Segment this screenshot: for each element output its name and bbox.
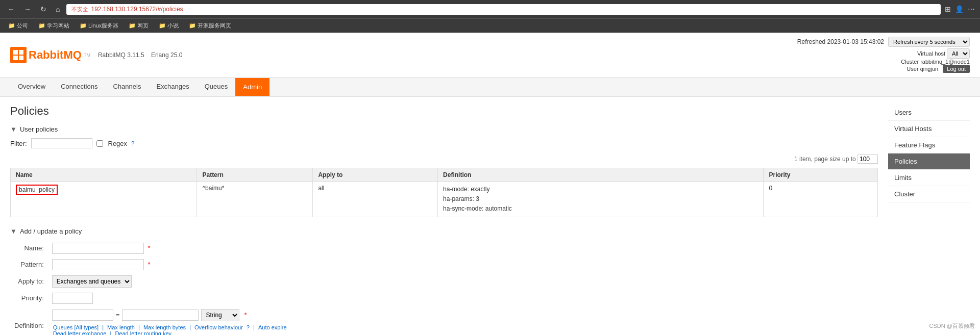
policy-name-cell[interactable]: baimu_policy — [11, 182, 197, 217]
pattern-input[interactable] — [52, 259, 144, 270]
def-val-ha-sync: automatic — [485, 205, 512, 212]
nav-channels[interactable]: Channels — [105, 78, 149, 96]
url-text: 192.168.130.129:15672/#/policies — [91, 6, 183, 13]
more-icon[interactable]: ⋯ — [968, 5, 975, 13]
add-policy-arrow: ▼ — [10, 227, 17, 235]
sidebar-item-virtual-hosts[interactable]: Virtual Hosts — [888, 121, 970, 137]
refresh-interval-select[interactable]: Refresh every 5 seconds Refresh every 10… — [888, 37, 970, 47]
svg-rect-3 — [19, 56, 23, 60]
pagination-text: 1 item, page size up to — [794, 156, 856, 163]
apply-to-select[interactable]: Exchanges and queues Exchanges only Queu… — [52, 275, 132, 288]
filter-row: Filter: Regex ? — [10, 138, 878, 148]
user-value: qingjun — [920, 66, 938, 72]
security-warning: 不安全 — [71, 6, 88, 13]
cluster-row: Cluster rabbitmq_1@node1 — [797, 59, 970, 65]
dead-letter-exchange-link[interactable]: Dead letter exchange — [53, 330, 107, 335]
regex-checkbox[interactable] — [96, 140, 103, 147]
profile-icon: 👤 — [955, 5, 964, 13]
nav-connections[interactable]: Connections — [53, 78, 105, 96]
reload-button[interactable]: ↻ — [38, 4, 49, 14]
user-policies-header[interactable]: ▼ User policies — [10, 125, 878, 133]
def-val-ha-params: 3 — [476, 195, 479, 202]
logo-text: RabbitMQ — [29, 48, 82, 62]
forward-button[interactable]: → — [21, 4, 34, 14]
bookmark-study[interactable]: 📁 学习网站 — [34, 21, 74, 31]
nav-overview[interactable]: Overview — [10, 78, 53, 96]
dead-letter-routing-key-link[interactable]: Dead letter routing key — [115, 330, 172, 335]
erlang-version: Erlang 25.0 — [151, 51, 182, 59]
form-apply-label: Apply to: — [10, 273, 48, 290]
collapse-arrow: ▼ — [10, 125, 17, 133]
svg-rect-1 — [19, 50, 23, 55]
auto-expire-link[interactable]: Auto expire — [258, 324, 287, 330]
folder-icon: 📁 — [129, 22, 136, 29]
sidebar-item-feature-flags[interactable]: Feature Flags — [888, 137, 970, 153]
policy-name[interactable]: baimu_policy — [16, 185, 58, 195]
home-button[interactable]: ⌂ — [53, 4, 62, 14]
svg-rect-0 — [13, 50, 18, 55]
definition-key-input[interactable] — [52, 310, 113, 321]
bookmark-opensource[interactable]: 📁 开源服务网页 — [185, 21, 235, 31]
nav-queues[interactable]: Queues — [197, 78, 236, 96]
definition-value-input[interactable] — [122, 310, 199, 321]
app-container: RabbitMQTM RabbitMQ 3.11.5 Erlang 25.0 R… — [0, 33, 980, 335]
max-length-bytes-link[interactable]: Max length bytes — [143, 324, 186, 330]
filter-input[interactable] — [31, 138, 92, 148]
bookmark-company[interactable]: 📁 公司 — [4, 21, 32, 31]
def-key-ha-sync: ha-sync-mode: — [443, 205, 483, 212]
bookmark-novel[interactable]: 📁 小说 — [155, 21, 183, 31]
col-priority: Priority — [764, 168, 878, 182]
name-input[interactable] — [52, 243, 144, 254]
nav-admin[interactable]: Admin — [235, 78, 270, 96]
nav-exchanges[interactable]: Exchanges — [149, 78, 197, 96]
bookmark-label: Linux服务器 — [88, 22, 118, 30]
user-policies-section: ▼ User policies Filter: Regex ? 1 item, … — [10, 125, 878, 217]
table-row: baimu_policy ^baimu* all ha-mode: exactl… — [11, 182, 878, 217]
form-pattern-label: Pattern: — [10, 256, 48, 273]
definition-type-select[interactable]: String Number Boolean List — [201, 309, 239, 321]
refresh-row: Refreshed 2023-01-03 15:43:02 Refresh ev… — [797, 37, 970, 47]
virtual-host-select[interactable]: All — [947, 48, 970, 59]
back-button[interactable]: ← — [5, 4, 17, 14]
bookmark-label: 开源服务网页 — [198, 22, 231, 30]
folder-icon: 📁 — [189, 22, 196, 29]
overflow-behaviour-link[interactable]: Overflow behaviour — [194, 324, 243, 330]
page-size-input[interactable] — [857, 154, 878, 164]
regex-help[interactable]: ? — [131, 140, 134, 146]
main-content: Policies ▼ User policies Filter: Regex ? — [0, 97, 980, 335]
bookmark-linux[interactable]: 📁 Linux服务器 — [76, 21, 122, 31]
logo-section: RabbitMQTM RabbitMQ 3.11.5 Erlang 25.0 — [10, 47, 182, 63]
priority-input[interactable] — [52, 293, 93, 304]
pattern-required: * — [148, 261, 150, 268]
logo: RabbitMQTM — [10, 47, 90, 63]
folder-icon: 📁 — [38, 22, 45, 29]
form-definition-label: Definition: — [10, 306, 48, 335]
bookmark-label: 学习网站 — [47, 22, 69, 30]
sidebar-item-users[interactable]: Users — [888, 105, 970, 121]
form-name-label: Name: — [10, 240, 48, 256]
bookmark-label: 网页 — [137, 22, 149, 30]
equals-sign: = — [116, 311, 120, 319]
max-length-link[interactable]: Max length — [107, 324, 135, 330]
sidebar-item-limits[interactable]: Limits — [888, 170, 970, 186]
def-key-ha-params: ha-params: — [443, 195, 474, 202]
sidebar-item-policies[interactable]: Policies — [888, 153, 970, 170]
url-bar[interactable]: 不安全 192.168.130.129:15672/#/policies — [66, 4, 941, 15]
policy-pattern-cell: ^baimu* — [197, 182, 313, 217]
version-info: RabbitMQ 3.11.5 Erlang 25.0 — [98, 51, 182, 59]
logout-button[interactable]: Log out — [943, 65, 970, 73]
table-header-row: Name Pattern Apply to Definition Priorit… — [11, 168, 878, 182]
extensions-icon: ⊞ — [945, 5, 951, 13]
regex-label: Regex — [108, 140, 128, 147]
bookmark-web[interactable]: 📁 网页 — [125, 21, 153, 31]
add-policy-header[interactable]: ▼ Add / update a policy — [10, 227, 878, 235]
policy-definition-cell: ha-mode: exactly ha-params: 3 ha-sync-mo… — [438, 182, 764, 217]
form-priority-row: Priority: — [10, 290, 292, 306]
add-policy-label: Add / update a policy — [20, 227, 82, 235]
header-right: Refreshed 2023-01-03 15:43:02 Refresh ev… — [797, 37, 970, 73]
overflow-help[interactable]: ? — [247, 324, 250, 330]
sidebar-item-cluster[interactable]: Cluster — [888, 186, 970, 202]
pagination-info: 1 item, page size up to — [10, 154, 878, 164]
form-definition-input-cell: = String Number Boolean List * — [48, 306, 292, 335]
form-name-row: Name: * — [10, 240, 292, 256]
